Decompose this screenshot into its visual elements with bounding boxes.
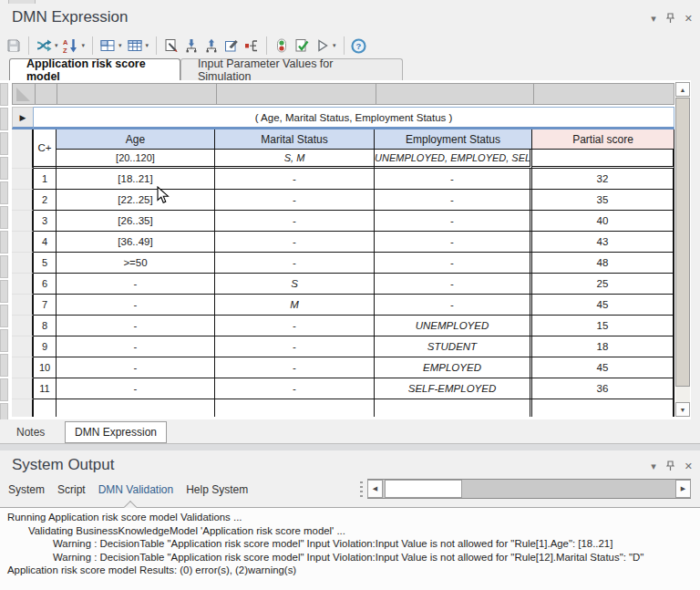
scroll-down-icon[interactable]: ▼ — [675, 402, 690, 417]
window-menu-icon[interactable]: ▾ — [651, 12, 656, 25]
checkbox-pencil-icon[interactable] — [221, 36, 242, 56]
pin-icon[interactable] — [666, 461, 674, 471]
dropdown-caret-icon[interactable]: ▾ — [55, 42, 58, 49]
column-header-marital-status[interactable]: Marital Status — [215, 129, 375, 150]
allowed-values-cell[interactable]: [20..120] — [57, 150, 215, 169]
rule-cell[interactable]: UNEMPLOYED — [375, 316, 532, 336]
rule-cell[interactable]: - — [375, 190, 532, 211]
rule-cell[interactable] — [57, 399, 215, 417]
rule-number[interactable]: 3 — [34, 211, 57, 232]
row-marker-icon[interactable]: ▶ — [12, 107, 34, 129]
dock-tab-dmn-expression[interactable]: DMN Expression — [65, 421, 167, 443]
grid-corner-icon[interactable] — [16, 88, 30, 101]
rule-cell[interactable]: 43 — [532, 232, 674, 253]
rule-cell[interactable]: - — [215, 253, 375, 274]
append-element-icon[interactable] — [242, 36, 262, 56]
rule-cell[interactable]: - — [57, 316, 215, 336]
output-tab-script[interactable]: Script — [57, 483, 86, 496]
output-tab-help-system[interactable]: Help System — [186, 483, 248, 496]
rule-cell[interactable]: SELF-EMPLOYED — [375, 378, 532, 399]
rule-cell[interactable]: - — [215, 232, 375, 253]
output-tab-system[interactable]: System — [8, 483, 45, 496]
rule-cell[interactable]: [18..21] — [57, 169, 215, 190]
run-triangle-icon[interactable] — [312, 36, 332, 56]
rule-cell[interactable]: - — [215, 211, 375, 232]
scrollbar-grip[interactable] — [360, 481, 363, 498]
column-header-age[interactable]: Age — [57, 129, 215, 150]
validate-page-icon[interactable] — [292, 36, 312, 56]
rule-cell[interactable]: 45 — [532, 295, 674, 316]
annotation-row[interactable]: ( Age, Marital Status, Employment Status… — [34, 107, 674, 129]
rule-cell[interactable]: 18 — [532, 336, 674, 357]
rule-cell[interactable]: - — [57, 295, 215, 316]
rule-cell[interactable]: - — [215, 169, 375, 190]
allowed-values-cell[interactable]: UNEMPLOYED, EMPLOYED, SELF... — [375, 150, 532, 169]
rule-cell[interactable]: - — [57, 378, 215, 399]
rule-cell[interactable]: - — [375, 232, 532, 253]
dropdown-caret-icon[interactable]: ▾ — [146, 42, 149, 49]
rule-cell[interactable]: 32 — [532, 169, 674, 190]
help-circle-icon[interactable]: ? — [349, 36, 369, 56]
hit-policy-cell[interactable]: C+ — [34, 129, 57, 169]
rule-cell[interactable]: - — [57, 357, 215, 378]
dropdown-caret-icon[interactable]: ▾ — [118, 42, 122, 49]
rule-number[interactable]: 9 — [34, 336, 57, 357]
horizontal-scrollbar[interactable]: ◀ ▶ — [367, 479, 691, 499]
rule-cell[interactable]: - — [57, 274, 215, 295]
rule-cell[interactable]: STUDENT — [375, 336, 532, 357]
rule-number[interactable]: 6 — [34, 274, 57, 295]
rule-number[interactable] — [34, 399, 57, 417]
table-header-cell-icon[interactable] — [98, 36, 118, 56]
rule-number[interactable]: 5 — [34, 253, 57, 274]
rule-cell[interactable]: - — [215, 378, 375, 399]
rule-cell[interactable] — [375, 399, 532, 417]
close-icon[interactable]: ✕ — [685, 12, 693, 25]
table-grid-icon[interactable] — [125, 36, 145, 56]
rule-cell[interactable] — [215, 399, 375, 417]
rule-cell[interactable]: 40 — [532, 211, 674, 232]
save-icon[interactable] — [4, 36, 24, 56]
rule-cell[interactable] — [532, 399, 674, 417]
allowed-values-cell[interactable] — [532, 150, 674, 169]
rule-cell[interactable]: [26..35] — [57, 211, 215, 232]
close-icon[interactable]: ✕ — [685, 460, 693, 472]
rule-cell[interactable]: - — [215, 357, 375, 378]
window-menu-icon[interactable]: ▾ — [651, 460, 656, 472]
vertical-scroll-thumb[interactable] — [675, 98, 690, 387]
dropdown-caret-icon[interactable]: ▾ — [82, 42, 86, 49]
tree-insert-down-icon[interactable] — [181, 36, 201, 56]
rule-cell[interactable]: [36..49] — [57, 232, 215, 253]
rule-cell[interactable]: >=50 — [57, 253, 215, 274]
tree-insert-up-icon[interactable] — [201, 36, 221, 56]
rule-number[interactable]: 4 — [34, 232, 57, 253]
scroll-up-icon[interactable]: ▲ — [675, 82, 690, 97]
rule-cell[interactable]: 48 — [532, 253, 674, 274]
vertical-scrollbar[interactable]: ▲ ▼ — [675, 82, 690, 417]
rule-cell[interactable]: - — [375, 211, 532, 232]
rule-cell[interactable]: - — [375, 274, 532, 295]
shuffle-arrows-icon[interactable] — [34, 36, 54, 56]
rule-cell[interactable]: 36 — [532, 378, 674, 399]
page-pencil-icon[interactable] — [161, 36, 181, 56]
traffic-indicator-icon[interactable] — [272, 36, 292, 56]
rule-number[interactable]: 8 — [34, 316, 57, 336]
column-header-employment-status[interactable]: Employment Status — [375, 129, 532, 150]
scroll-right-icon[interactable]: ▶ — [675, 480, 691, 498]
rule-cell[interactable]: - — [215, 336, 375, 357]
scroll-left-icon[interactable]: ◀ — [367, 480, 383, 498]
rule-cell[interactable]: S — [215, 274, 375, 295]
rule-cell[interactable]: 45 — [532, 357, 674, 378]
rule-number[interactable]: 7 — [34, 295, 57, 316]
rule-cell[interactable]: 25 — [532, 274, 674, 295]
panel-splitter[interactable] — [0, 444, 700, 450]
output-tab-dmn-validation[interactable]: DMN Validation — [98, 483, 173, 496]
rule-number[interactable]: 1 — [34, 169, 57, 190]
rule-cell[interactable]: EMPLOYED — [375, 357, 532, 378]
rule-number[interactable]: 2 — [34, 190, 57, 211]
rule-cell[interactable]: [22..25] — [57, 190, 215, 211]
rule-cell[interactable]: - — [57, 336, 215, 357]
rule-cell[interactable]: - — [375, 169, 532, 190]
horizontal-scroll-thumb[interactable] — [385, 480, 462, 498]
rule-cell[interactable]: 15 — [532, 316, 674, 336]
dropdown-caret-icon[interactable]: ▾ — [333, 42, 336, 49]
